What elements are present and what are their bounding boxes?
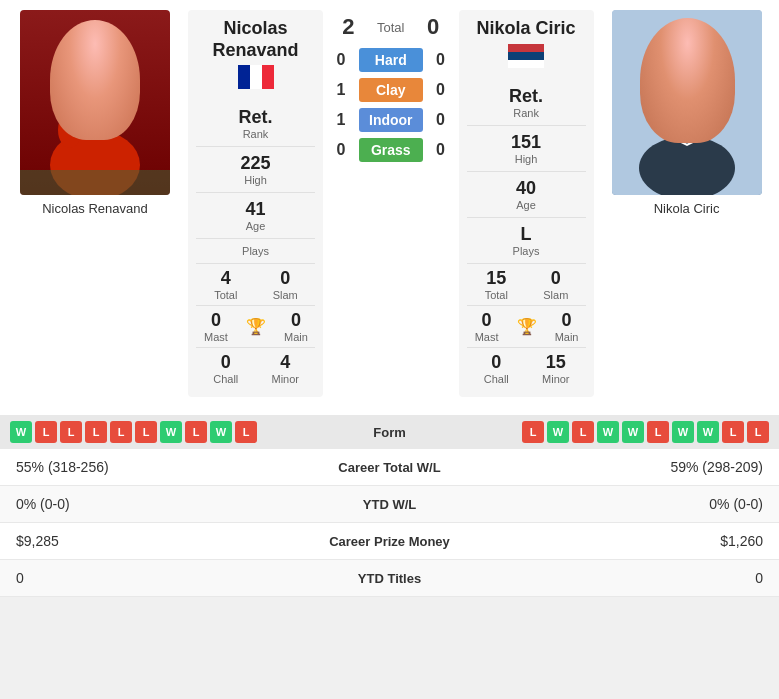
indoor-surface-row: 1 Indoor 0 <box>331 108 451 132</box>
main-container: { "players": { "left": { "name": "Nicola… <box>0 0 779 597</box>
clay-left-score: 1 <box>331 81 351 99</box>
stats-left-val: 0 <box>16 570 290 586</box>
form-badge-right: W <box>672 421 694 443</box>
left-high-label: High <box>196 174 315 186</box>
form-section: WLLLLLWLWL Form LWLWWLWWLL <box>0 415 779 449</box>
right-player-flag <box>467 44 586 74</box>
form-badge-left: W <box>10 421 32 443</box>
right-trophy-icon: 🏆 <box>507 317 547 336</box>
stats-center-label: YTD Titles <box>290 571 490 586</box>
stats-row: $9,285Career Prize Money$1,260 <box>0 523 779 560</box>
stats-row: 0YTD Titles0 <box>0 560 779 597</box>
form-badge-right: W <box>547 421 569 443</box>
hard-badge: Hard <box>359 48 423 72</box>
players-section: Nicolas Renavand NicolasRenavand Ret. Ra… <box>0 0 779 407</box>
right-mast-main: 0 Mast 🏆 0 Main <box>467 306 586 348</box>
left-trophy-icon: 🏆 <box>236 317 276 336</box>
form-badge-right: L <box>522 421 544 443</box>
right-high-value: 151 <box>467 132 586 153</box>
form-badge-left: L <box>60 421 82 443</box>
form-badge-left: W <box>210 421 232 443</box>
stats-row: 0% (0-0)YTD W/L0% (0-0) <box>0 486 779 523</box>
left-chall-minor: 0 Chall 4 Minor <box>196 348 315 389</box>
svg-point-7 <box>58 103 82 127</box>
svg-rect-10 <box>250 65 262 89</box>
svg-rect-8 <box>20 170 170 195</box>
stats-center-label: Career Total W/L <box>290 460 490 475</box>
right-chall-minor: 0 Chall 15 Minor <box>467 348 586 389</box>
left-age-value: 41 <box>196 199 315 220</box>
right-high-label: High <box>467 153 586 165</box>
right-chall-cell: 0 Chall <box>476 352 516 385</box>
left-rank-value: Ret. <box>196 107 315 128</box>
left-mast-cell: 0 Mast <box>196 310 236 343</box>
left-plays: Plays <box>196 239 315 264</box>
svg-rect-11 <box>262 65 274 89</box>
grass-surface-row: 0 Grass 0 <box>331 138 451 162</box>
svg-point-18 <box>653 37 721 73</box>
right-player-name: Nikola Ciric <box>654 201 720 216</box>
stats-right-val: 0 <box>490 570 764 586</box>
svg-point-17 <box>652 42 722 122</box>
left-minor-cell: 4 Minor <box>265 352 305 385</box>
clay-badge: Clay <box>359 78 423 102</box>
hard-right-score: 0 <box>431 51 451 69</box>
svg-point-20 <box>695 76 703 84</box>
form-badge-right: L <box>747 421 769 443</box>
left-player-name: Nicolas Renavand <box>42 201 148 216</box>
svg-rect-9 <box>238 65 250 89</box>
form-badge-right: W <box>597 421 619 443</box>
right-age: 40 Age <box>467 172 586 218</box>
stats-left-val: $9,285 <box>16 533 290 549</box>
form-badge-left: L <box>135 421 157 443</box>
indoor-right-score: 0 <box>431 111 451 129</box>
left-player-flag <box>196 65 315 95</box>
right-age-value: 40 <box>467 178 586 199</box>
center-section: 2 Total 0 0 Hard 0 1 Clay 0 1 Indoor 0 0 <box>331 10 451 397</box>
right-total-slam: 15 Total 0 Slam <box>467 264 586 306</box>
right-rank-value: Ret. <box>467 86 586 107</box>
form-badge-left: L <box>110 421 132 443</box>
svg-point-6 <box>58 112 82 148</box>
form-badge-right: L <box>647 421 669 443</box>
form-badge-left: L <box>85 421 107 443</box>
svg-point-3 <box>80 73 88 83</box>
left-rank-label: Rank <box>196 128 315 140</box>
right-rank: Ret. Rank <box>467 80 586 126</box>
indoor-badge: Indoor <box>359 108 423 132</box>
right-age-label: Age <box>467 199 586 211</box>
form-badge-left: L <box>235 421 257 443</box>
svg-point-4 <box>102 73 110 83</box>
right-high: 151 High <box>467 126 586 172</box>
svg-rect-14 <box>508 60 544 68</box>
career-stats-table: 55% (318-256)Career Total W/L59% (298-20… <box>0 449 779 597</box>
grass-right-score: 0 <box>431 141 451 159</box>
right-player-stats: Nikola Ciric Ret. Rank 151 High 40 <box>459 10 594 397</box>
stats-center-label: YTD W/L <box>290 497 490 512</box>
form-badge-left: L <box>35 421 57 443</box>
form-badge-right: L <box>722 421 744 443</box>
left-slam-cell: 0 Slam <box>265 268 305 301</box>
left-form-badges: WLLLLLWLWL <box>10 421 346 443</box>
clay-surface-row: 1 Clay 0 <box>331 78 451 102</box>
left-player-stats: NicolasRenavand Ret. Rank 225 High 41 <box>188 10 323 397</box>
svg-point-2 <box>63 35 127 75</box>
hard-surface-row: 0 Hard 0 <box>331 48 451 72</box>
right-plays-label: Plays <box>467 245 586 257</box>
left-total-slam: 4 Total 0 Slam <box>196 264 315 306</box>
svg-point-5 <box>92 86 98 94</box>
svg-rect-13 <box>508 52 544 60</box>
right-player-header: Nikola Ciric <box>467 18 586 40</box>
grass-badge: Grass <box>359 138 423 162</box>
france-flag-icon <box>238 65 274 89</box>
right-total-score: 0 <box>427 14 439 40</box>
left-rank: Ret. Rank <box>196 101 315 147</box>
right-plays-value: L <box>467 224 586 245</box>
form-badge-right: W <box>622 421 644 443</box>
left-age: 41 Age <box>196 193 315 239</box>
left-chall-cell: 0 Chall <box>206 352 246 385</box>
right-minor-cell: 15 Minor <box>536 352 576 385</box>
svg-point-21 <box>684 88 690 96</box>
form-badge-left: L <box>185 421 207 443</box>
right-slam-cell: 0 Slam <box>536 268 576 301</box>
